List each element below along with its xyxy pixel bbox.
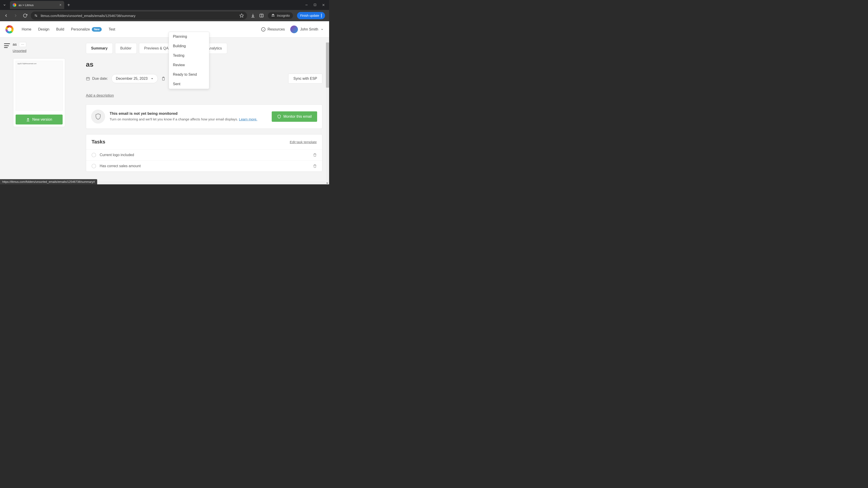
upload-icon (26, 118, 30, 122)
main-nav: Home Design Build Personalize New Test (22, 27, 115, 32)
new-version-button[interactable]: New version (16, 115, 63, 125)
task-delete-icon[interactable] (313, 164, 317, 168)
tab-list-dropdown[interactable] (0, 3, 9, 6)
status-option-sent[interactable]: Sent (169, 79, 209, 89)
tab-bar: as > Litmus × + (0, 0, 329, 10)
monitor-body-text: Turn on monitoring and we'll let you kno… (110, 117, 239, 121)
tasks-title: Tasks (92, 139, 105, 145)
vertical-scrollbar[interactable] (326, 42, 329, 181)
preview-inner: ljoy0173@litmusemail.com (16, 61, 63, 110)
tab-close-icon[interactable]: × (59, 3, 61, 7)
monitor-card: This email is not yet being monitored Tu… (86, 104, 322, 129)
monitor-text: This email is not yet being monitored Tu… (110, 111, 267, 122)
monitor-heading: This email is not yet being monitored (110, 111, 267, 116)
resources-link[interactable]: Resources (261, 27, 285, 32)
due-date-text: Due date: (92, 76, 108, 80)
task-delete-icon[interactable] (313, 153, 317, 157)
clipboard-icon[interactable] (161, 76, 165, 80)
litmus-logo[interactable] (5, 25, 13, 33)
task-row: Current logo included (86, 149, 322, 160)
edit-task-template-link[interactable]: Edit task template (290, 140, 317, 144)
minimize-icon[interactable] (305, 3, 308, 6)
tab-summary[interactable]: Summary (86, 43, 113, 54)
downloads-icon[interactable] (251, 13, 255, 18)
content-area: as ⋯ Unsorted ljoy0173@litmusemail.com N… (0, 37, 329, 184)
svg-point-5 (36, 16, 37, 17)
email-preview-card[interactable]: ljoy0173@litmusemail.com New version (13, 58, 65, 127)
task-checkbox[interactable] (92, 164, 96, 168)
svg-rect-1 (314, 4, 316, 6)
nav-design[interactable]: Design (38, 27, 50, 32)
app-root: Home Design Build Personalize New Test R… (0, 21, 329, 184)
status-option-building[interactable]: Building (169, 41, 209, 51)
chevron-down-icon (151, 77, 153, 80)
sidepanel-icon[interactable] (259, 13, 264, 18)
avatar (290, 26, 298, 33)
nav-bar: litmus.com/folders/unsorted_emails/email… (0, 10, 329, 21)
forward-button[interactable] (12, 12, 20, 20)
shield-icon (277, 115, 281, 119)
sidebar-title: as (13, 42, 17, 47)
browser-chrome: as > Litmus × + litmus.com/folders/unsor… (0, 0, 329, 21)
finsh-update-button[interactable]: Finish update (297, 12, 325, 19)
url-bar[interactable]: litmus.com/folders/unsorted_emails/email… (31, 11, 247, 20)
more-button[interactable]: ⋯ (19, 42, 26, 47)
shield-icon (95, 113, 101, 120)
svg-marker-24 (151, 78, 153, 79)
status-option-ready[interactable]: Ready to Send (169, 70, 209, 79)
tab-builder[interactable]: Builder (115, 43, 137, 54)
nav-build[interactable]: Build (56, 27, 64, 32)
incognito-badge[interactable]: Incognito (268, 12, 293, 19)
back-button[interactable] (2, 12, 10, 20)
folder-link[interactable]: Unsorted (13, 49, 26, 53)
new-version-label: New version (32, 118, 52, 122)
tab-favicon (13, 3, 16, 7)
site-info-icon[interactable] (34, 13, 38, 18)
new-tab-button[interactable]: + (64, 2, 73, 8)
task-checkbox[interactable] (92, 153, 96, 157)
browser-tab[interactable]: as > Litmus × (10, 1, 64, 9)
sidebar-header: as ⋯ Unsorted (4, 42, 75, 53)
window-controls (305, 3, 329, 6)
monitor-email-button[interactable]: Monitor this email (272, 111, 317, 122)
task-row: Has correct sales amount (86, 160, 322, 171)
nav-home[interactable]: Home (22, 27, 31, 32)
status-option-testing[interactable]: Testing (169, 51, 209, 60)
reload-button[interactable] (21, 12, 29, 20)
menu-dots-icon (321, 14, 322, 18)
browser-status-bar: https://litmus.com/folders/unsorted_emai… (0, 179, 97, 184)
status-option-review[interactable]: Review (169, 60, 209, 70)
sidebar: as ⋯ Unsorted ljoy0173@litmusemail.com N… (0, 37, 79, 184)
nav-test[interactable]: Test (108, 27, 115, 32)
tab-title: as > Litmus (19, 3, 34, 7)
tasks-card: Tasks Edit task template Current logo in… (86, 134, 322, 172)
svg-marker-8 (240, 14, 244, 18)
close-icon[interactable] (322, 3, 325, 6)
maximize-icon[interactable] (313, 3, 316, 6)
nav-personalize[interactable]: Personalize New (71, 27, 102, 32)
svg-rect-20 (86, 77, 90, 80)
svg-point-13 (321, 15, 322, 16)
add-description-link[interactable]: Add a description (86, 94, 114, 98)
new-badge: New (92, 27, 102, 32)
hamburger-icon[interactable] (4, 43, 10, 48)
nav-personalize-label: Personalize (71, 27, 90, 31)
task-label: Current logo included (100, 153, 309, 157)
date-value: December 25, 2023 (116, 76, 148, 80)
incognito-label: Incognito (277, 14, 290, 18)
status-option-planning[interactable]: Planning (169, 32, 209, 41)
user-menu[interactable]: John Smith (290, 26, 324, 33)
learn-more-link[interactable]: Learn more. (239, 117, 257, 121)
app-header: Home Design Build Personalize New Test R… (0, 21, 329, 37)
due-date-label: Due date: (86, 76, 108, 80)
toolbar-right: Incognito Finish update (249, 12, 327, 19)
header-right: Resources John Smith (261, 26, 324, 33)
monitor-body: Turn on monitoring and we'll let you kno… (110, 117, 267, 122)
incognito-icon (271, 13, 275, 18)
shield-circle (91, 109, 105, 124)
svg-point-12 (321, 14, 322, 15)
sync-esp-button[interactable]: Sync with ESP (288, 74, 322, 84)
monitor-button-label: Monitor this email (283, 115, 312, 119)
star-icon[interactable] (239, 13, 244, 18)
date-picker[interactable]: December 25, 2023 (112, 74, 158, 83)
